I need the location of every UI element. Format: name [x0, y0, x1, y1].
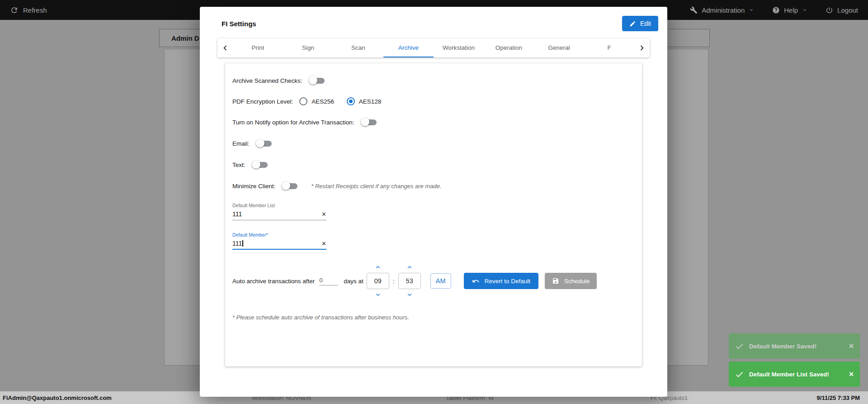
- text-caret: [242, 240, 243, 247]
- default-member-list-label: Default Member List: [232, 203, 326, 208]
- auto-archive-note: * Please schedule auto archive of transa…: [232, 314, 633, 321]
- minimize-client-row: Minimize Client: * Restart Receipts clie…: [232, 181, 633, 190]
- minimize-client-label: Minimize Client:: [232, 183, 275, 190]
- revert-to-default-button[interactable]: Revert to Default: [464, 273, 538, 289]
- tab-scan[interactable]: Scan: [333, 38, 383, 57]
- hour-decrement-button[interactable]: [373, 291, 383, 299]
- aes128-radio[interactable]: [347, 97, 355, 105]
- undo-icon: [472, 277, 480, 285]
- revert-button-label: Revert to Default: [485, 278, 530, 285]
- tab-truncated[interactable]: F: [584, 38, 634, 57]
- tab-workstation[interactable]: Workstation: [434, 38, 484, 57]
- tab-archive[interactable]: Archive: [383, 38, 434, 57]
- close-icon[interactable]: ✕: [849, 371, 854, 378]
- archive-scanned-checks-row: Archive Scanned Checks:: [232, 76, 633, 85]
- fi-settings-dialog: FI Settings Edit Print Sign Scan Archive…: [200, 7, 667, 397]
- hour-increment-button[interactable]: [373, 263, 383, 271]
- time-separator: :: [393, 278, 395, 285]
- dialog-title: FI Settings: [222, 20, 256, 28]
- tabs-scroll-left-button[interactable]: [217, 38, 233, 57]
- text-row: Text:: [232, 160, 633, 169]
- schedule-button-label: Schedule: [564, 278, 590, 285]
- hour-input[interactable]: 09: [367, 273, 389, 289]
- archive-scanned-checks-label: Archive Scanned Checks:: [232, 77, 302, 84]
- aes128-label: AES128: [359, 98, 382, 105]
- aes256-label: AES256: [311, 98, 334, 105]
- edit-button-label: Edit: [640, 20, 651, 27]
- edit-button[interactable]: Edit: [622, 16, 658, 31]
- minute-decrement-button[interactable]: [404, 291, 415, 299]
- default-member-list-input[interactable]: 111 ✕: [232, 210, 326, 220]
- minimize-client-toggle[interactable]: [282, 181, 298, 190]
- default-member-value: 111: [232, 240, 242, 247]
- minute-increment-button[interactable]: [404, 263, 415, 271]
- notify-label: Turn on Notify option for Archive Transa…: [232, 119, 354, 126]
- default-member-label: Default Member*: [232, 232, 326, 238]
- chevron-up-icon: [373, 263, 383, 271]
- notify-toggle[interactable]: [361, 118, 377, 127]
- close-icon[interactable]: ✕: [849, 342, 854, 350]
- clear-icon[interactable]: ✕: [321, 241, 326, 247]
- dialog-header: FI Settings Edit: [200, 7, 667, 38]
- tab-operation[interactable]: Operation: [484, 38, 534, 57]
- toast-stack: Default Member Saved! ✕ Default Member L…: [729, 333, 860, 387]
- minute-spinner: 53: [398, 263, 421, 299]
- auto-archive-row: Auto archive transactions after 0 days a…: [232, 263, 633, 299]
- hour-spinner: 09: [367, 263, 389, 299]
- email-toggle[interactable]: [256, 139, 273, 148]
- minute-input[interactable]: 53: [398, 273, 421, 289]
- default-member-list-field[interactable]: Default Member List 111 ✕: [232, 203, 326, 220]
- aes256-radio[interactable]: [299, 97, 307, 105]
- tabs-scroll-right-button[interactable]: [634, 38, 650, 57]
- am-pm-toggle-button[interactable]: AM: [430, 273, 451, 289]
- chevron-left-icon: [220, 43, 230, 53]
- auto-archive-label: Auto archive transactions after: [232, 278, 315, 285]
- notify-row: Turn on Notify option for Archive Transa…: [232, 118, 633, 127]
- tab-sign[interactable]: Sign: [283, 38, 333, 57]
- schedule-button[interactable]: Schedule: [545, 273, 597, 289]
- pdf-encryption-label: PDF Encryption Level:: [232, 98, 293, 105]
- default-member-field[interactable]: Default Member* 111 ✕: [232, 232, 326, 250]
- statusbar-user: FiAdmin@Qaxpauto1.onmicrosoft.com: [3, 394, 112, 401]
- clear-icon[interactable]: ✕: [321, 211, 326, 217]
- archive-settings-panel: Archive Scanned Checks: PDF Encryption L…: [225, 63, 642, 366]
- tab-print[interactable]: Print: [233, 38, 283, 57]
- restart-client-note: * Restart Receipts client if any changes…: [311, 183, 441, 190]
- chevron-down-icon: [373, 291, 383, 299]
- check-icon: [735, 342, 744, 351]
- toast-default-member-saved: Default Member Saved! ✕: [729, 333, 860, 359]
- auto-archive-days-input[interactable]: 0: [319, 277, 338, 285]
- default-member-input[interactable]: 111 ✕: [232, 240, 326, 250]
- check-icon: [735, 370, 744, 379]
- statusbar-datetime: 9/11/25 7:33 PM: [817, 394, 860, 401]
- settings-tab-bar: Print Sign Scan Archive Workstation Oper…: [217, 38, 650, 57]
- toast-default-member-list-saved: Default Member List Saved! ✕: [729, 361, 860, 387]
- email-row: Email:: [232, 139, 633, 148]
- archive-scanned-checks-toggle[interactable]: [309, 76, 326, 85]
- chevron-up-icon: [404, 263, 415, 271]
- chevron-down-icon: [404, 291, 415, 299]
- days-at-label: days at: [344, 278, 363, 285]
- text-toggle[interactable]: [252, 160, 269, 169]
- pencil-icon: [629, 20, 636, 27]
- default-member-list-value: 111: [232, 210, 242, 218]
- toast-message: Default Member List Saved!: [749, 371, 829, 378]
- email-label: Email:: [232, 140, 250, 147]
- pdf-encryption-row: PDF Encryption Level: AES256 AES128: [232, 97, 633, 105]
- save-icon: [552, 277, 559, 285]
- tab-general[interactable]: General: [534, 38, 584, 57]
- text-label: Text:: [232, 162, 245, 168]
- toast-message: Default Member Saved!: [749, 343, 816, 350]
- chevron-right-icon: [637, 43, 647, 53]
